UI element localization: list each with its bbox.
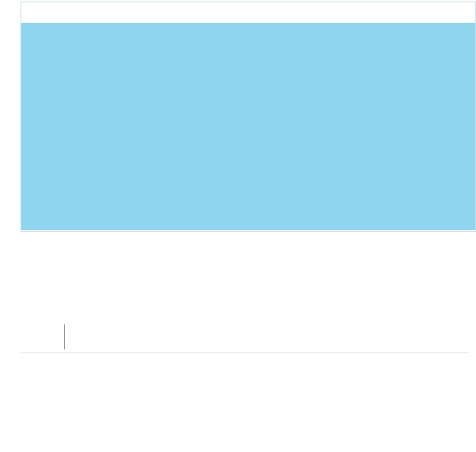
temperature-plot-area	[21, 2, 476, 232]
month-divider	[64, 324, 65, 349]
plot-blue-background	[21, 23, 475, 230]
legend-separator	[21, 352, 468, 353]
bbt-cycle-chart-page	[0, 0, 476, 452]
